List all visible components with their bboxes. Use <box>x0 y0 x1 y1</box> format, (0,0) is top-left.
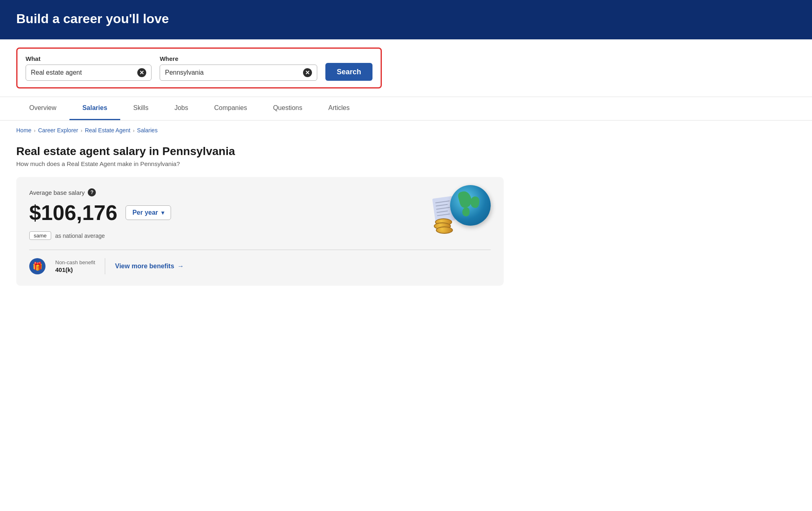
help-icon[interactable]: ? <box>88 188 96 196</box>
paper-line-3 <box>436 207 450 210</box>
search-box: What ✕ Where ✕ Search <box>16 47 382 88</box>
breadcrumb-career-explorer[interactable]: Career Explorer <box>38 127 78 134</box>
benefit-value: 401(k) <box>55 266 95 273</box>
what-field-group: What ✕ <box>26 55 152 81</box>
where-input-wrapper[interactable]: ✕ <box>160 65 317 81</box>
per-year-label: Per year <box>132 209 158 216</box>
tab-questions[interactable]: Questions <box>260 97 315 120</box>
paper-line-1 <box>435 201 450 203</box>
chevron-down-icon: ▾ <box>161 209 164 216</box>
avg-label-text: Average base salary <box>29 189 84 196</box>
breadcrumb-sep-1: › <box>34 127 35 134</box>
breadcrumb-real-estate-agent[interactable]: Real Estate Agent <box>85 127 130 134</box>
breadcrumb-home[interactable]: Home <box>16 127 31 134</box>
same-badge: same <box>29 231 51 240</box>
national-avg-text: as national average <box>55 233 105 239</box>
tab-skills[interactable]: Skills <box>120 97 161 120</box>
salary-card: Average base salary ? $106,176 Per year … <box>16 177 504 286</box>
view-benefits-label: View more benefits <box>115 263 174 270</box>
what-clear-icon[interactable]: ✕ <box>137 68 146 77</box>
benefit-info: Non-cash benefit 401(k) <box>55 259 95 273</box>
what-label: What <box>26 55 152 62</box>
page-content: Real estate agent salary in Pennsylvania… <box>0 137 812 294</box>
tab-articles[interactable]: Articles <box>315 97 362 120</box>
national-avg-row: same as national average <box>29 231 491 240</box>
benefits-row: 🎁 Non-cash benefit 401(k) View more bene… <box>29 258 491 274</box>
coin-1 <box>436 226 453 234</box>
nav-tabs: Overview Salaries Skills Jobs Companies … <box>0 97 812 121</box>
paper-line-2 <box>436 204 448 207</box>
search-area: What ✕ Where ✕ Search <box>0 39 812 97</box>
tab-jobs[interactable]: Jobs <box>161 97 201 120</box>
benefits-divider <box>105 258 105 274</box>
avg-label-row: Average base salary ? <box>29 188 491 196</box>
breadcrumb-salaries[interactable]: Salaries <box>137 127 158 134</box>
page-subtitle: How much does a Real Estate Agent make i… <box>16 160 796 167</box>
breadcrumb: Home › Career Explorer › Real Estate Age… <box>0 121 812 137</box>
tab-companies[interactable]: Companies <box>201 97 260 120</box>
tab-overview[interactable]: Overview <box>16 97 69 120</box>
where-label: Where <box>160 55 317 62</box>
globe-illustration <box>426 185 491 238</box>
card-divider <box>29 250 491 250</box>
per-year-button[interactable]: Per year ▾ <box>126 205 171 220</box>
benefit-label: Non-cash benefit <box>55 259 95 265</box>
arrow-icon: → <box>178 263 184 270</box>
what-input[interactable] <box>31 69 134 76</box>
where-input[interactable] <box>165 69 300 76</box>
salary-amount: $106,176 <box>29 201 117 225</box>
search-button[interactable]: Search <box>325 63 372 81</box>
header-banner: Build a career you'll love <box>0 0 812 39</box>
page-title: Real estate agent salary in Pennsylvania <box>16 145 796 158</box>
globe-sphere <box>450 185 491 226</box>
where-clear-icon[interactable]: ✕ <box>303 68 312 77</box>
salary-amount-row: $106,176 Per year ▾ <box>29 201 491 225</box>
where-field-group: Where ✕ <box>160 55 317 81</box>
gift-icon: 🎁 <box>29 258 45 274</box>
globe-coins <box>432 222 460 234</box>
paper-line-5 <box>437 213 450 216</box>
what-input-wrapper[interactable]: ✕ <box>26 65 152 81</box>
view-benefits-link[interactable]: View more benefits → <box>115 263 184 270</box>
breadcrumb-sep-2: › <box>81 127 82 134</box>
tab-salaries[interactable]: Salaries <box>69 97 120 120</box>
header-title: Build a career you'll love <box>16 11 796 26</box>
breadcrumb-sep-3: › <box>133 127 134 134</box>
paper-line-4 <box>437 211 448 213</box>
continent-3 <box>462 207 470 216</box>
